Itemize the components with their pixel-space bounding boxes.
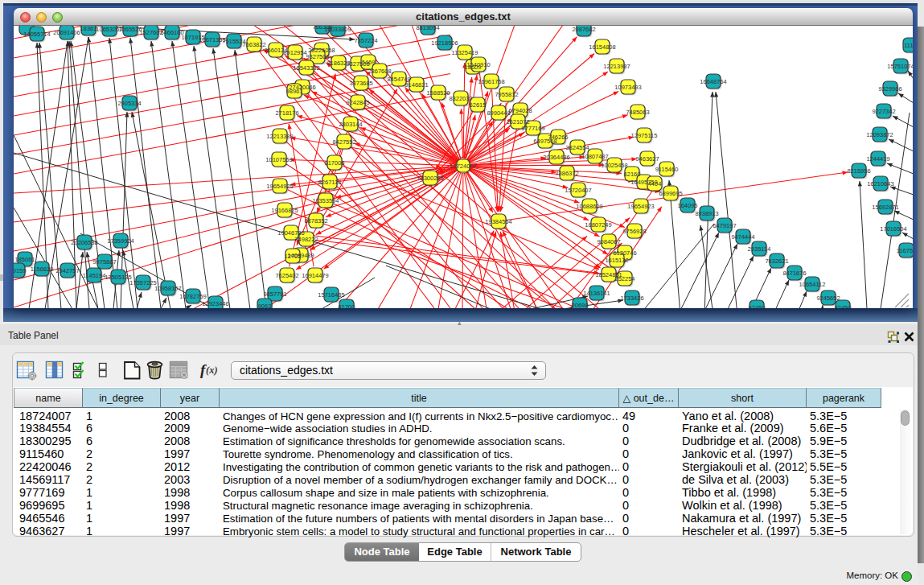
svg-text:17359924: 17359924 [107,237,133,245]
svg-text:20364436: 20364436 [543,154,569,161]
svg-text:3498222: 3498222 [294,236,318,243]
svg-text:18807249: 18807249 [585,221,611,229]
svg-text:15692871: 15692871 [872,204,898,211]
svg-text:1588520: 1588520 [426,89,450,97]
svg-text:20691406: 20691406 [53,29,80,36]
svg-text:9474444: 9474444 [731,233,754,241]
svg-text:8938913: 8938913 [695,210,718,217]
svg-text:1527602: 1527602 [139,29,162,36]
svg-text:8813054: 8813054 [416,26,439,31]
svg-text:1733426: 1733426 [620,295,643,302]
svg-text:16648764: 16648764 [700,78,726,85]
svg-text:7663822: 7663822 [242,41,265,48]
svg-text:2803144: 2803144 [339,121,362,128]
svg-text:164095: 164095 [677,202,697,209]
svg-text:12705: 12705 [285,253,302,260]
svg-text:1244419: 1244419 [866,155,889,163]
svg-text:252254: 252254 [614,275,634,282]
svg-text:15716485: 15716485 [318,291,344,299]
svg-text:9329966: 9329966 [878,85,901,93]
svg-text:12505135: 12505135 [105,274,131,281]
svg-text:8990448: 8990448 [487,109,510,117]
svg-text:16961758: 16961758 [478,78,504,85]
svg-text:16782759: 16782759 [179,293,206,300]
svg-text:6899695: 6899695 [659,190,682,197]
svg-text:2087682: 2087682 [572,26,595,33]
svg-text:7357224: 7357224 [354,37,377,44]
svg-text:1156829: 1156829 [31,266,54,273]
svg-text:2867608: 2867608 [368,68,391,75]
svg-text:8878352: 8878352 [304,217,327,225]
svg-text:12923446: 12923446 [202,300,228,307]
svg-text:3373685: 3373685 [349,80,372,87]
svg-text:8471676: 8471676 [782,270,806,277]
svg-text:7386372: 7386372 [555,170,578,177]
svg-text:10654112: 10654112 [799,281,826,288]
svg-text:10958107: 10958107 [154,285,181,292]
svg-text:15751074: 15751074 [887,63,913,70]
svg-text:1112: 1112 [904,42,913,49]
svg-text:12213987: 12213987 [603,63,630,70]
svg-text:7955812: 7955812 [495,91,518,98]
svg-text:6466160: 6466160 [160,29,183,36]
svg-text:62615: 62615 [470,101,487,109]
svg-text:3824554: 3824554 [565,144,589,151]
svg-text:8215956: 8215956 [847,167,870,175]
svg-text:2905334: 2905334 [117,100,141,107]
svg-text:6479197: 6479197 [713,222,736,229]
svg-text:15720407: 15720407 [565,187,591,194]
svg-text:9245652: 9245652 [816,295,840,302]
svg-text:20698: 20698 [572,302,589,309]
svg-text:9857791: 9857791 [263,290,286,298]
svg-text:8427552: 8427552 [332,138,355,146]
svg-text:16154808: 16154808 [589,43,615,51]
svg-text:10807487: 10807487 [581,153,608,160]
svg-text:9756928: 9756928 [622,228,646,235]
svg-text:2942757: 2942757 [55,267,79,274]
svg-text:92450: 92450 [749,304,766,309]
svg-text:9327503: 9327503 [306,53,329,60]
svg-text:20206538: 20206538 [71,239,97,246]
svg-text:7485063: 7485063 [626,109,649,116]
svg-text:19218506: 19218506 [431,39,458,47]
svg-text:8912954: 8912954 [283,49,306,56]
svg-text:14136141: 14136141 [583,290,610,297]
svg-text:19654923: 19654923 [627,203,654,210]
svg-text:6794028: 6794028 [508,107,532,114]
svg-text:2718176: 2718176 [275,109,298,117]
svg-text:9242845: 9242845 [346,99,369,106]
svg-text:746266: 746266 [548,134,568,141]
svg-text:11325419: 11325419 [452,49,478,56]
svg-text:6120746: 6120746 [613,249,636,257]
svg-text:98961: 98961 [286,88,303,95]
svg-text:9146821: 9146821 [405,81,428,89]
svg-text:92450: 92450 [835,304,852,309]
svg-text:10973493: 10973493 [614,84,641,91]
svg-text:16033809: 16033809 [324,26,351,33]
svg-text:9463627: 9463627 [635,155,659,163]
svg-text:1540910: 1540910 [466,61,490,68]
svg-text:2935114: 2935114 [748,245,771,253]
svg-text:81700: 81700 [339,303,355,309]
svg-text:14055714: 14055714 [23,31,50,38]
svg-text:16543382: 16543382 [293,64,319,72]
svg-text:10107553: 10107553 [265,156,292,163]
svg-text:9084067: 9084067 [597,238,620,245]
svg-text:9975887: 9975887 [92,258,116,266]
svg-text:62160: 62160 [624,171,641,178]
svg-text:16210643: 16210643 [867,180,893,187]
svg-text:5469: 5469 [362,59,376,66]
svg-text:9115460: 9115460 [655,166,679,173]
svg-text:4404: 4404 [648,180,662,187]
svg-text:9227342: 9227342 [872,108,895,115]
svg-text:7632621: 7632621 [765,257,788,265]
svg-text:10025458: 10025458 [601,162,627,169]
svg-text:19384554: 19384554 [485,218,511,225]
svg-text:19654925: 19654925 [266,183,293,190]
svg-text:1145194: 1145194 [83,272,106,279]
svg-text:817006: 817006 [324,159,344,167]
svg-text:9063: 9063 [258,303,272,309]
svg-text:9777169: 9777169 [521,125,544,132]
svg-text:1615132: 1615132 [605,257,628,264]
svg-text:16914479: 16914479 [302,272,328,279]
